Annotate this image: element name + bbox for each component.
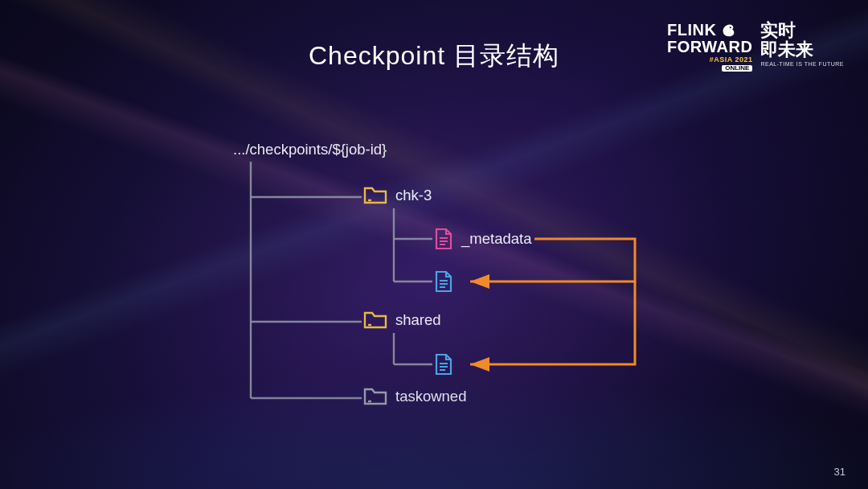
tree-node-shared: shared [363, 310, 441, 331]
folder-icon [363, 310, 387, 331]
logo-line2: FORWARD [667, 39, 752, 55]
tree-node-taskowned: taskowned [363, 386, 466, 407]
file-icon [434, 270, 453, 293]
logo-text-left: FLINK FORWARD #ASIA 2021 ONLINE [667, 21, 752, 72]
file-icon [434, 228, 453, 250]
tree-label-shared: shared [395, 311, 441, 329]
logo-tag: #ASIA 2021 [667, 56, 752, 64]
logo-cn-2: 即未来 [760, 40, 844, 60]
file-icon [434, 353, 453, 376]
tree-label-metadata: _metadata [461, 230, 531, 248]
page-number: 31 [834, 466, 845, 478]
logo-text-right: 实时 即未来 REAL-TIME IS THE FUTURE [760, 21, 844, 68]
logo-line1: FLINK [667, 22, 716, 38]
logo-cn-sub: REAL-TIME IS THE FUTURE [760, 61, 844, 68]
squirrel-icon [719, 21, 737, 39]
slide: Checkpoint 目录结构 FLINK FORWARD #ASIA 2021… [0, 0, 868, 489]
logo-cn-1: 实时 [760, 21, 844, 40]
tree-node-chk3: chk-3 [363, 185, 432, 206]
tree-node-file-chk3 [434, 270, 453, 293]
directory-tree-diagram: .../checkpoints/${job-id} [233, 141, 683, 430]
folder-icon [363, 386, 387, 407]
tree-node-metadata: _metadata [434, 228, 531, 250]
event-logo: FLINK FORWARD #ASIA 2021 ONLINE 实时 即未来 R… [667, 21, 844, 72]
tree-label-taskowned: taskowned [395, 388, 466, 405]
folder-icon [363, 185, 387, 206]
tree-label-chk3: chk-3 [395, 187, 432, 204]
tree-node-file-shared [434, 353, 453, 376]
logo-badge: ONLINE [722, 65, 752, 72]
svg-point-0 [730, 27, 731, 28]
